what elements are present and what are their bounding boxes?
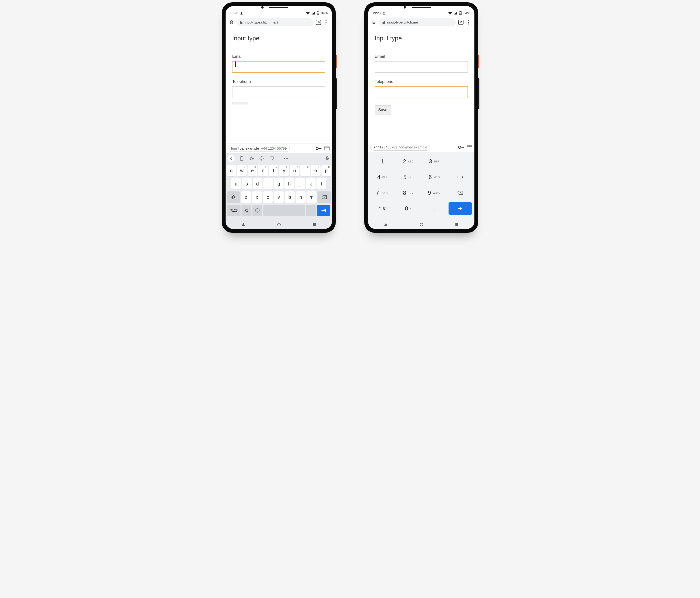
svg-rect-37 — [455, 223, 458, 226]
url-text: input-type.glitch.me/? — [245, 20, 278, 24]
key-p[interactable]: p0 — [322, 165, 331, 176]
numkey-.[interactable]: . — [422, 202, 446, 215]
key-k[interactable]: k — [306, 178, 316, 190]
mic-off-icon[interactable] — [324, 156, 330, 160]
power-button[interactable] — [478, 55, 479, 68]
email-field[interactable] — [232, 61, 325, 73]
numkey-2[interactable]: 2ABC — [397, 155, 420, 168]
key-m[interactable]: m — [306, 192, 317, 203]
key-h[interactable]: h — [284, 178, 294, 190]
key-t[interactable]: t5 — [269, 165, 278, 176]
more-icon[interactable] — [283, 158, 289, 159]
gear-icon[interactable] — [249, 156, 254, 160]
sticker-icon[interactable] — [269, 156, 274, 160]
nav-back-icon[interactable] — [384, 223, 388, 226]
numkey-7[interactable]: 7PQRS — [370, 187, 394, 199]
nav-back-icon[interactable] — [242, 223, 245, 226]
numkey-3[interactable]: 3DEF — [422, 155, 446, 168]
svg-point-36 — [420, 223, 423, 226]
email-field[interactable] — [375, 61, 468, 73]
key-s[interactable]: s — [242, 178, 252, 190]
numkey-→[interactable] — [449, 202, 472, 215]
telephone-label: Telephone — [375, 79, 468, 84]
numkey-* #[interactable]: * # — [370, 202, 394, 215]
autofill-suggestion[interactable]: foo@bar.example +44 1234 56789 — [228, 145, 290, 152]
tab-switcher[interactable]: :D — [458, 20, 464, 25]
key-g[interactable]: g — [274, 178, 284, 190]
key-u[interactable]: u7 — [290, 165, 299, 176]
volume-button[interactable] — [478, 78, 479, 109]
key-c[interactable]: c — [263, 192, 273, 203]
save-button-peek[interactable] — [232, 102, 248, 104]
numkey-␣[interactable] — [449, 171, 472, 183]
symbols-key[interactable]: ?123 — [227, 205, 241, 216]
home-icon[interactable] — [371, 20, 377, 25]
key-y[interactable]: y6 — [279, 165, 289, 176]
key-e[interactable]: e3 — [248, 165, 257, 176]
backspace-key[interactable] — [318, 192, 331, 203]
key-j[interactable]: j — [295, 178, 305, 190]
nav-recent-icon[interactable] — [455, 223, 458, 226]
url-bar[interactable]: input-type.glitch.me — [379, 18, 456, 26]
key-x[interactable]: x — [252, 192, 262, 203]
key-i[interactable]: i8 — [300, 165, 310, 176]
numkey-5[interactable]: 5JKL — [397, 171, 420, 183]
overflow-menu-icon[interactable] — [466, 20, 471, 25]
key-r[interactable]: r4 — [258, 165, 268, 176]
key-b[interactable]: b — [285, 192, 295, 203]
save-button[interactable]: Save — [375, 105, 391, 115]
home-icon[interactable] — [229, 20, 234, 25]
clipboard-icon[interactable] — [239, 156, 245, 160]
card-icon[interactable] — [324, 147, 330, 150]
key-icon[interactable] — [316, 147, 322, 150]
space-key[interactable] — [263, 205, 305, 216]
key-o[interactable]: o9 — [311, 165, 320, 176]
numeric-keypad: 12ABC3DEF-4GHI5JKL6MNO7PQRS8TUV9WXYZ* #0… — [368, 152, 474, 220]
numkey-8[interactable]: 8TUV — [397, 187, 420, 199]
key-f[interactable]: f — [263, 178, 273, 190]
numkey-4[interactable]: 4GHI — [370, 171, 394, 183]
phone-left: 19:23 34% input-type.glitch.me/? :D — [222, 2, 336, 233]
numkey-0[interactable]: 0+ — [397, 202, 420, 215]
svg-rect-2 — [317, 14, 319, 15]
key-w[interactable]: w2 — [237, 165, 247, 176]
enter-key[interactable] — [317, 205, 330, 216]
nav-home-icon[interactable] — [277, 223, 281, 227]
numkey--[interactable]: - — [449, 155, 472, 168]
url-bar[interactable]: input-type.glitch.me/? — [236, 18, 314, 26]
key-icon[interactable] — [458, 146, 464, 149]
key-v[interactable]: v — [274, 192, 284, 203]
svg-point-16 — [284, 158, 285, 159]
period-key[interactable]: . — [306, 205, 316, 216]
overflow-menu-icon[interactable] — [323, 20, 329, 25]
key-d[interactable]: d — [253, 178, 262, 190]
card-icon[interactable] — [467, 145, 472, 149]
browser-toolbar: input-type.glitch.me/? :D — [226, 17, 332, 28]
keyboard-back-button[interactable] — [227, 155, 234, 162]
telephone-field[interactable] — [232, 86, 325, 98]
web-content: Input type Email Telephone — [226, 28, 332, 143]
volume-button[interactable] — [336, 78, 337, 109]
shift-key[interactable] — [227, 192, 240, 203]
palette-icon[interactable] — [259, 156, 265, 160]
nav-home-icon[interactable] — [420, 223, 423, 227]
svg-rect-11 — [241, 156, 243, 157]
numkey-1[interactable]: 1 — [370, 155, 394, 168]
key-q[interactable]: q1 — [227, 165, 236, 176]
tab-switcher[interactable]: :D — [316, 20, 321, 25]
at-key[interactable]: @ — [242, 205, 251, 216]
key-z[interactable]: z — [241, 192, 251, 203]
front-camera — [404, 6, 406, 8]
numkey-6[interactable]: 6MNO — [422, 171, 446, 183]
emoji-key[interactable] — [252, 205, 262, 216]
power-button[interactable] — [336, 55, 337, 68]
autofill-suggestion[interactable]: +44123456789 foo@bar.example — [370, 144, 430, 151]
key-l[interactable]: l — [317, 178, 326, 190]
svg-point-32 — [468, 24, 469, 24]
key-a[interactable]: a — [231, 178, 241, 190]
nav-recent-icon[interactable] — [313, 223, 316, 226]
numkey-9[interactable]: 9WXYZ — [422, 187, 446, 199]
key-n[interactable]: n — [296, 192, 306, 203]
numkey-⌫[interactable] — [449, 187, 472, 199]
telephone-field[interactable] — [375, 86, 468, 98]
